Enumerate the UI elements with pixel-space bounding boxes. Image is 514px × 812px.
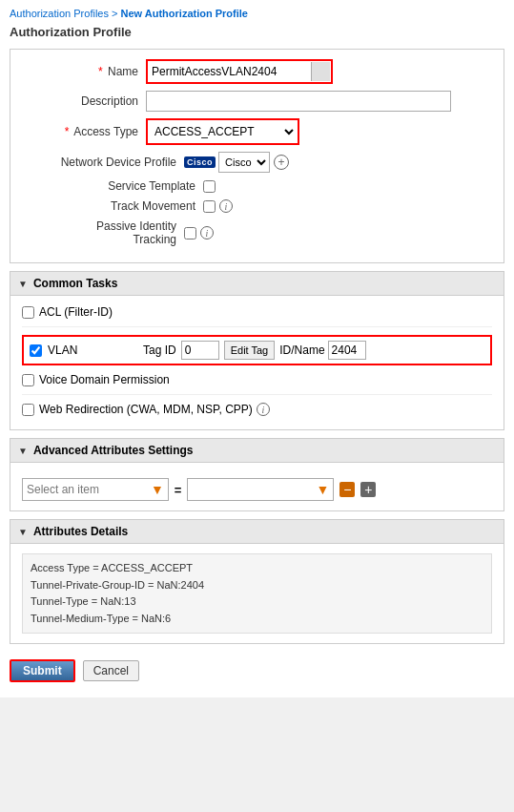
acl-row: ACL (Filter-ID) (22, 305, 492, 327)
passive-identity-checkbox[interactable] (184, 227, 196, 239)
advanced-attributes-body: ▼ = ▼ − + (10, 463, 504, 510)
service-template-checkbox[interactable] (203, 180, 216, 193)
attributes-line-4: Tunnel-Medium-Type = NaN:6 (31, 611, 483, 628)
name-input-wrap (146, 59, 333, 84)
breadcrumb-current: New Authorization Profile (121, 8, 248, 19)
value-dropdown-icon[interactable]: ▼ (316, 482, 329, 497)
network-device-row: Network Device Profile Cisco Cisco + (22, 152, 492, 173)
value-input[interactable] (192, 483, 316, 496)
track-movement-label: Track Movement (79, 199, 203, 213)
submit-area: Submit Cancel (10, 652, 504, 690)
voice-domain-checkbox[interactable] (22, 374, 34, 386)
description-input[interactable] (146, 91, 451, 112)
name-input[interactable] (149, 62, 311, 81)
attributes-line-3: Tunnel-Type = NaN:13 (31, 593, 483, 611)
common-tasks-title: Common Tasks (33, 277, 117, 290)
authorization-profile-form: * Name Description * Access Type ACCESS_… (10, 49, 504, 263)
access-type-required-star: * (65, 125, 70, 138)
advanced-attributes-header[interactable]: ▼ Advanced Attributes Settings (10, 439, 504, 463)
track-movement-row: Track Movement i (22, 199, 492, 213)
name-label: * Name (22, 65, 146, 78)
attributes-details-arrow: ▼ (18, 527, 28, 537)
edit-tag-button[interactable]: Edit Tag (224, 341, 276, 360)
web-redirect-info-icon[interactable]: i (257, 403, 270, 416)
track-movement-info-icon[interactable]: i (219, 199, 233, 213)
advanced-attributes-title: Advanced Attributes Settings (33, 444, 194, 457)
track-movement-checkbox[interactable] (203, 200, 216, 213)
vlan-row: VLAN Tag ID Edit Tag ID/Name (22, 335, 492, 365)
voice-domain-label: Voice Domain Permission (39, 373, 170, 386)
attributes-details-header[interactable]: ▼ Attributes Details (10, 520, 504, 544)
passive-identity-label: Passive Identity Tracking (60, 219, 184, 246)
passive-identity-info-icon[interactable]: i (200, 226, 214, 239)
remove-attribute-button[interactable]: − (339, 482, 355, 497)
tag-id-input[interactable] (181, 341, 219, 360)
attributes-details-title: Attributes Details (33, 525, 128, 538)
select-item-dropdown-icon[interactable]: ▼ (151, 482, 164, 497)
id-name-input[interactable] (328, 341, 366, 360)
passive-identity-row: Passive Identity Tracking i (22, 219, 492, 246)
add-network-device-icon[interactable]: + (274, 155, 289, 170)
common-tasks-body: ACL (Filter-ID) VLAN Tag ID Edit Tag ID/… (10, 296, 504, 429)
access-type-row: * Access Type ACCESS_ACCEPT ACCESS_REJEC… (22, 118, 492, 145)
attributes-details-body: Access Type = ACCESS_ACCEPT Tunnel-Priva… (10, 544, 504, 643)
common-tasks-arrow: ▼ (18, 279, 28, 289)
acl-label: ACL (Filter-ID) (39, 305, 113, 319)
network-device-select[interactable]: Cisco (218, 152, 270, 173)
web-redirect-row: Web Redirection (CWA, MDM, NSP, CPP) i (22, 403, 492, 416)
breadcrumb-separator: > (112, 8, 117, 19)
web-redirect-checkbox[interactable] (22, 404, 34, 416)
access-type-wrap: ACCESS_ACCEPT ACCESS_REJECT (146, 118, 299, 145)
common-tasks-header[interactable]: ▼ Common Tasks (10, 272, 504, 296)
attributes-line-1: Access Type = ACCESS_ACCEPT (31, 560, 483, 577)
web-redirect-label: Web Redirection (CWA, MDM, NSP, CPP) (39, 403, 253, 416)
vlan-label: VLAN (48, 344, 143, 357)
access-type-label: * Access Type (22, 125, 146, 138)
access-type-select[interactable]: ACCESS_ACCEPT ACCESS_REJECT (149, 121, 297, 142)
tag-id-label: Tag ID (143, 344, 176, 357)
service-template-label: Service Template (79, 179, 203, 193)
name-color-picker[interactable] (311, 62, 330, 81)
equals-sign: = (175, 483, 182, 497)
attributes-line-2: Tunnel-Private-Group-ID = NaN:2404 (31, 577, 483, 594)
description-row: Description (22, 91, 492, 112)
cancel-button[interactable]: Cancel (83, 660, 139, 681)
name-required-star: * (98, 65, 103, 78)
select-item-input[interactable] (27, 483, 151, 496)
advanced-attributes-row: ▼ = ▼ − + (22, 478, 492, 501)
name-row: * Name (22, 59, 492, 84)
add-attribute-button[interactable]: + (360, 482, 376, 497)
breadcrumb-parent-link[interactable]: Authorization Profiles (10, 8, 109, 19)
advanced-attributes-arrow: ▼ (18, 446, 28, 456)
network-device-label: Network Device Profile (60, 156, 184, 169)
voice-domain-row: Voice Domain Permission (22, 373, 492, 395)
description-label: Description (22, 94, 146, 108)
value-wrap: ▼ (187, 478, 334, 501)
acl-checkbox[interactable] (22, 306, 34, 319)
service-template-row: Service Template (22, 179, 492, 193)
attributes-details-section: ▼ Attributes Details Access Type = ACCES… (10, 519, 504, 644)
vlan-checkbox[interactable] (30, 344, 42, 357)
select-item-wrap: ▼ (22, 478, 169, 501)
cisco-logo: Cisco (184, 156, 216, 168)
attributes-details-content: Access Type = ACCESS_ACCEPT Tunnel-Priva… (22, 553, 492, 634)
advanced-attributes-section: ▼ Advanced Attributes Settings ▼ = ▼ − + (10, 438, 504, 511)
page-title: Authorization Profile (10, 25, 504, 39)
submit-button[interactable]: Submit (10, 659, 75, 682)
common-tasks-section: ▼ Common Tasks ACL (Filter-ID) VLAN Tag … (10, 271, 504, 430)
breadcrumb: Authorization Profiles > New Authorizati… (10, 8, 504, 19)
id-name-label: ID/Name (279, 344, 324, 357)
